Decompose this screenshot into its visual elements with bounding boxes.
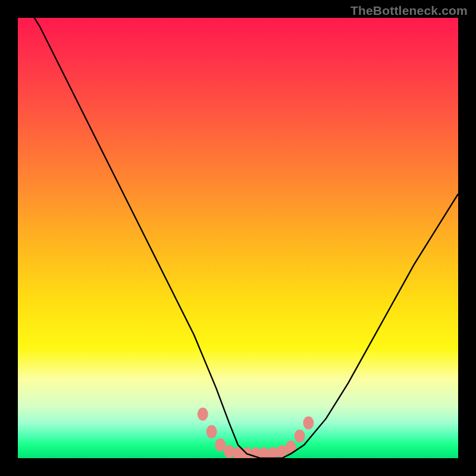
curve-layer	[18, 18, 458, 458]
plot-area	[18, 18, 458, 458]
highlight-dot	[224, 445, 234, 458]
highlight-dot	[295, 430, 305, 443]
bottleneck-curve	[18, 18, 458, 458]
watermark-text: TheBottleneck.com	[350, 4, 468, 18]
highlight-dot	[206, 425, 217, 439]
chart-frame: TheBottleneck.com	[0, 0, 476, 476]
highlight-dot	[198, 408, 208, 421]
highlight-dot	[303, 416, 314, 430]
